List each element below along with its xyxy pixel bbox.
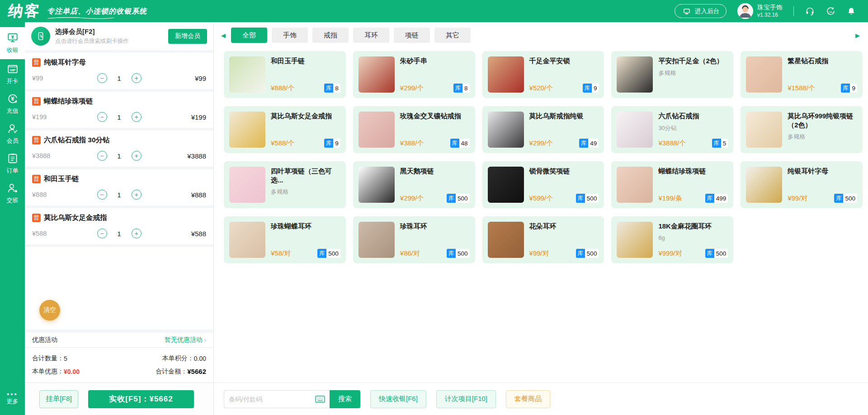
tabs-scroll-left-icon[interactable]: ◀ [220,32,226,39]
product-card[interactable]: 18K金麻花圈耳环 6g ¥999/对 库 500 [611,216,733,263]
product-card[interactable]: 玫瑰金交叉镶钻戒指 ¥388/个 库 48 [353,106,475,153]
decrease-qty-button[interactable]: − [97,228,107,238]
product-image [488,112,524,148]
product-card[interactable]: 朱砂手串 ¥299/个 库 8 [353,51,475,98]
product-card[interactable]: 和田玉手链 ¥888/个 库 8 [224,51,346,98]
product-price: ¥888/个 [271,84,295,93]
combo-product-button[interactable]: 套餐商品 [506,390,550,408]
product-type-badge: 普 [32,97,41,106]
decrease-qty-button[interactable]: − [97,190,107,200]
sync-icon[interactable] [826,6,835,16]
product-type-badge: 普 [32,214,41,222]
product-card[interactable]: 四叶草项链（三色可选... 多规格 库 [224,161,346,208]
product-name: 平安扣千足金（2色） [658,56,728,65]
sidebar-item-cashier[interactable]: 收银 [0,27,25,59]
product-price: ¥588/个 [271,139,295,148]
cart-item-name: 纯银耳针字母 [44,58,86,67]
product-card[interactable]: 珍珠蝴蝶耳环 ¥58/对 库 500 [224,216,346,263]
product-image [359,56,395,93]
stock-prefix: 库 [705,194,714,203]
product-card[interactable]: 千足金平安锁 ¥520/个 库 9 [482,51,604,98]
sidebar-item-shift[interactable]: 交班 [0,178,25,208]
product-card[interactable]: 平安扣千足金（2色） 多规格 库 [611,51,733,98]
hold-order-button[interactable]: 挂单[F8] [39,390,78,408]
stock-count: 500 [456,194,470,203]
count-item-button[interactable]: 计次项目[F10] [436,390,496,408]
account-info[interactable]: 珠宝手饰 v1.32.16 [737,3,783,19]
barcode-input[interactable] [224,390,330,408]
checkout-button[interactable]: 实收[F5]：¥5662 [88,390,194,408]
decrease-qty-button[interactable]: − [97,151,107,161]
product-price: ¥299/个 [529,139,553,148]
cart-item-total: ¥199 [165,113,206,121]
product-card[interactable]: 纯银耳针字母 ¥99/对 库 500 [741,161,863,208]
notification-bell-icon[interactable] [846,6,856,16]
tagline-underline [47,17,115,19]
total-qty-label: 合计数量： [32,354,64,363]
cart-item-unit-price: ¥199 [32,113,74,121]
product-card[interactable]: 六爪钻石戒指 30分钻 ¥3888/个 库 5 [611,106,733,153]
increase-qty-button[interactable]: + [132,228,142,238]
cart-item-row[interactable]: 普 莫比乌斯女足金戒指 ¥588 − 1 + ¥588 [25,208,213,247]
stock-count: 49 [588,139,599,148]
discount-value: ¥0.00 [64,368,80,375]
avatar [737,3,753,19]
cart-item-row[interactable]: 普 六爪钻石戒指 30分钻 ¥3888 − 1 + ¥3888 [25,131,213,169]
sidebar-item-open-card[interactable]: VIP 开卡 [0,59,25,89]
increase-qty-button[interactable]: + [132,112,142,122]
clear-cart-button[interactable]: 清空 [39,300,60,321]
product-card[interactable]: 珍珠耳环 ¥86/对 库 500 [353,216,475,263]
increase-qty-button[interactable]: + [132,151,142,161]
sidebar-item-recharge[interactable]: 充值 [0,89,25,119]
product-card[interactable]: 莫比乌环999纯银项链（2色） 多规格 库 [741,106,863,153]
product-grid-wrap: 和田玉手链 ¥888/个 库 8 [214,48,868,382]
product-card[interactable]: 莫比乌斯戒指纯银 ¥299/个 库 49 [482,106,604,153]
sidebar-item-more[interactable]: ••• 更多 [0,382,25,415]
increase-qty-button[interactable]: + [132,73,142,83]
cart-item-row[interactable]: 普 纯银耳针字母 ¥99 − 1 + ¥99 [25,53,213,92]
stock-count: 500 [585,194,599,203]
category-tab[interactable]: 手饰 [272,28,308,43]
sidebar-item-member[interactable]: 会员 [0,119,25,149]
cart-item-row[interactable]: 普 和田玉手链 ¥888 − 1 + ¥888 [25,169,213,208]
product-image [229,112,265,148]
product-image [488,56,524,93]
enter-backend-button[interactable]: 进入后台 [675,4,726,18]
quantity-stepper: − 1 + [74,151,165,161]
promo-link[interactable]: 暂无优惠活动 › [165,336,206,344]
product-type-badge: 普 [32,58,41,67]
product-card[interactable]: 花朵耳环 ¥99/对 库 500 [482,216,604,263]
decrease-qty-button[interactable]: − [97,112,107,122]
product-name: 莫比乌环999纯银项链（2色） [788,112,857,129]
support-headset-icon[interactable] [805,6,815,16]
product-card[interactable]: 锁骨微笑项链 ¥599/个 库 500 [482,161,604,208]
stock-badge: 库 500 [317,249,340,258]
category-tab[interactable]: 全部 [231,28,267,43]
category-tab[interactable]: 耳环 [353,28,389,43]
cart-item-row[interactable]: 普 蝴蝶结珍珠项链 ¥199 − 1 + ¥199 [25,92,213,131]
add-member-button[interactable]: 新增会员 [168,29,207,44]
tabs-scroll-right-icon[interactable]: ▶ [854,32,861,39]
search-button[interactable]: 搜索 [330,390,360,408]
category-tab[interactable]: 其它 [434,28,471,43]
product-card[interactable]: 黑天鹅项链 ¥299/个 库 500 [353,161,475,208]
member-select-bar[interactable]: 选择会员[F2] 点击进行会员搜索或刷卡操作 新增会员 [25,22,213,50]
stock-prefix: 库 [450,139,459,148]
category-tab[interactable]: 项链 [394,28,430,43]
cart-item-list: 普 纯银耳针字母 ¥99 − 1 + ¥99 [25,50,213,297]
sidebar-item-orders[interactable]: 订单 [0,149,25,178]
more-dots-icon: ••• [7,392,18,396]
product-card[interactable]: 莫比乌斯女足金戒指 ¥588/个 库 9 [224,106,346,153]
keyboard-icon[interactable] [315,396,325,403]
decrease-qty-button[interactable]: − [97,73,107,83]
product-name: 繁星钻石戒指 [788,56,857,65]
product-image [488,222,524,258]
product-card[interactable]: 繁星钻石戒指 ¥1588/个 库 9 [741,51,863,98]
product-name: 六爪钻石戒指 [658,112,728,121]
order-icon [7,153,19,164]
category-tab[interactable]: 戒指 [312,28,349,43]
increase-qty-button[interactable]: + [132,190,142,200]
product-card[interactable]: 蝴蝶结珍珠项链 ¥199/条 库 499 [611,161,733,208]
stock-badge: 库 9 [841,84,857,93]
quick-cashier-button[interactable]: 快速收银[F6] [370,390,426,408]
